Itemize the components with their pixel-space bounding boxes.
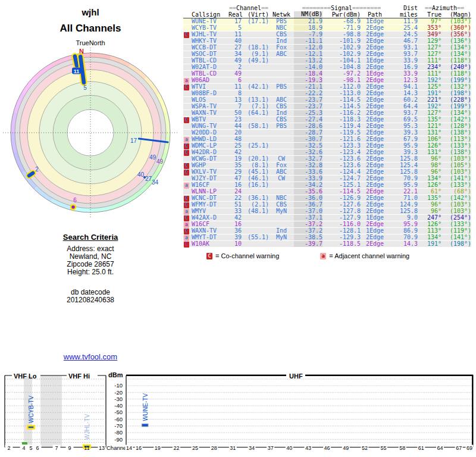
uhf-channel-tick: 64	[437, 445, 443, 451]
station-table: ==Channel== ========Signal======== Dist …	[183, 5, 471, 248]
table-row: CWGHP35(8.1)Fox-32.8-123.62Edge125.498°(…	[183, 162, 471, 169]
co-channel-warning-icon: C	[184, 84, 189, 90]
station-marker-label: WJHL-TV	[84, 414, 90, 440]
ch6-marker	[71, 205, 76, 209]
table-row: CW10AK10-39.7-118.52Edge14.3191°(198°)	[183, 241, 471, 248]
uhf-channel-tick: 49	[343, 445, 349, 451]
uhf-channel-tick: 14	[126, 445, 132, 451]
ch49-analog-label: 49	[156, 158, 164, 165]
vhf-channel-tick: 6	[36, 445, 39, 451]
warning-legend: C = Co-channel warning a = Adjacent chan…	[183, 252, 471, 259]
adjacent-channel-warning-icon: a	[184, 235, 189, 241]
uhf-channel-tick: 43	[305, 445, 311, 451]
uhf-channel-tick: 69	[466, 445, 472, 451]
co-channel-warning-icon: C	[184, 202, 189, 208]
co-channel-warning-icon: C	[184, 215, 189, 221]
col-callsign: Callsign	[192, 12, 228, 18]
uhf-channel-tick: 40	[286, 445, 292, 451]
col-magn: (Magn)	[441, 12, 471, 18]
station-marker	[28, 425, 35, 428]
uhf-channel-tick: 67	[456, 445, 462, 451]
ch6-label: 6	[73, 197, 77, 204]
co-channel-warning-icon: C	[184, 32, 189, 38]
true-north-label: TrueNorth	[0, 39, 181, 46]
fm-gap-band	[40, 376, 62, 447]
uhf-channel-tick: 25	[192, 445, 198, 451]
vhf-channel-tick: 5	[29, 445, 32, 451]
uhf-channel-tick: 22	[173, 445, 179, 451]
col-nm: NM(dB)	[294, 11, 322, 18]
green-clipped-marker	[22, 442, 27, 445]
co-channel-warning-icon: C	[184, 196, 189, 202]
table-column-header: Callsign Real (Virt) Netwk NM(dB) Pwr(dB…	[183, 11, 471, 18]
uhf-channel-tick: 34	[249, 445, 255, 451]
uhf-channel-tick: 28	[211, 445, 217, 451]
uhf-label: UHF	[289, 373, 303, 380]
vhf-channel-tick: 9	[68, 445, 71, 451]
co-channel-warning-icon: C	[184, 228, 189, 234]
dbm-tick-label: -80	[114, 429, 123, 436]
co-channel-warning-icon: C	[184, 242, 189, 248]
uhf-channel-tick: 58	[399, 445, 405, 451]
tvfool-link[interactable]: www.tvfool.com	[64, 352, 117, 361]
search-height: Height: 25.0 ft.	[0, 268, 181, 276]
station-marker-label: WCYB-TV	[28, 396, 35, 423]
ch5-label: 5	[83, 84, 87, 91]
ch17-label: 17	[130, 137, 137, 144]
tvfool-report: wjhl All Channels TrueNorth N 11 5 17 2	[0, 0, 476, 457]
uhf-channel-tick: 55	[381, 445, 387, 451]
co-channel-legend: C = Co-channel warning	[206, 252, 279, 259]
adjacent-channel-legend: a = Adjacent channel warning	[320, 252, 409, 259]
dbm-tick-label: -10	[114, 382, 123, 389]
adjacent-channel-warning-icon: a	[184, 209, 189, 215]
dbm-tick-label: -40	[114, 402, 123, 409]
dbm-tick-label: -30	[114, 396, 123, 402]
col-path: Path	[361, 12, 389, 18]
radar-plot: N 11 5 17 2 6 49 49 40 27 34	[0, 46, 181, 225]
vhf-lo-label: VHF Lo	[14, 373, 37, 380]
co-channel-warning-icon: C	[184, 143, 189, 149]
vhf-channel-tick: 11	[84, 445, 89, 451]
co-channel-warning-icon: C	[184, 150, 189, 156]
dbm-tick-label: -50	[114, 409, 123, 415]
co-channel-icon: C	[206, 253, 212, 259]
radar-title-callsign: wjhl	[0, 7, 181, 17]
dbm-tick-label: -60	[114, 416, 123, 422]
uhf-channel-tick: 37	[268, 445, 274, 451]
db-datecode-block: db datecode 201208240638	[0, 289, 181, 304]
dbm-tick-label: -70	[114, 422, 123, 429]
col-real: Real	[228, 12, 242, 18]
vhf-channel-tick: 2	[7, 445, 10, 451]
dbm-gridlines	[5, 379, 472, 443]
ch27-label: 27	[145, 176, 152, 182]
uhf-channel-tick: 46	[324, 445, 330, 451]
spectrum-chart: VHF Lo VHF Hi UHF dBm Channel -10-20-30-…	[0, 367, 476, 457]
vhf-channel-tick: 7	[55, 445, 58, 451]
adjacent-channel-warning-icon: a	[184, 137, 189, 143]
adjacent-channel-warning-icon: a	[184, 78, 189, 84]
station-marker	[142, 424, 148, 427]
signal-group-header: ========Signal========	[294, 5, 389, 11]
adjacent-channel-icon: a	[320, 253, 326, 259]
table-row: aW16CF16(16.1)-34.2-125.12Edge95.9126°(1…	[183, 182, 471, 189]
uhf-channel-tick: 16	[136, 445, 142, 451]
col-true: True	[418, 12, 441, 18]
table-row: CWCNC-DT22(36.1)NBC-36.0-126.92Edge71.01…	[183, 195, 471, 202]
co-channel-text: = Co-channel warning	[215, 252, 279, 259]
radar-title-channels: All Channels	[0, 23, 181, 35]
ch2-label: 2	[35, 166, 39, 173]
dbm-axis-label: dBm	[108, 371, 123, 378]
table-row: CWFMY-DT51(2.1)CBS-36.7-127.62Edge124.99…	[183, 202, 471, 208]
col-netwk: Netwk	[269, 12, 294, 18]
uhf-panel-border	[126, 375, 473, 447]
ch11-label: 11	[74, 68, 80, 74]
uhf-channel-tick: 52	[362, 445, 368, 451]
col-pwr: Pwr(dBm)	[322, 12, 361, 18]
vhf-hi-label: VHF Hi	[68, 373, 90, 380]
search-criteria-lines: Address: exact Newland, NC Zipcode 28657…	[0, 245, 181, 276]
vhf-channel-tick: 4	[22, 445, 25, 451]
azimuth-group-header: ==Azimuth==	[418, 5, 471, 11]
co-channel-warning-icon: C	[184, 170, 189, 176]
col-miles: miles	[389, 12, 418, 18]
uhf-channel-tick: 19	[155, 445, 161, 451]
